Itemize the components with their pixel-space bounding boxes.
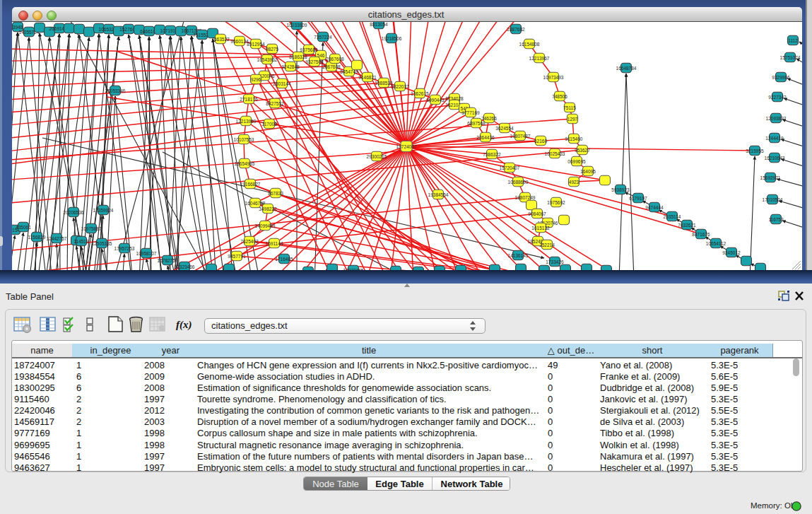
svg-text:1615132: 1615132 — [531, 226, 550, 230]
svg-text:9146821: 9146821 — [358, 75, 377, 80]
svg-text:19166827: 19166827 — [240, 182, 261, 187]
svg-text:17010504: 17010504 — [763, 197, 783, 202]
svg-text:7386322: 7386322 — [483, 152, 501, 157]
svg-text:2364436: 2364436 — [476, 135, 495, 140]
svg-text:1362615: 1362615 — [411, 91, 429, 96]
svg-text:10025433: 10025433 — [545, 151, 565, 156]
svg-text:10958107: 10958107 — [136, 251, 157, 256]
svg-text:10807487: 10807487 — [510, 134, 531, 139]
svg-text:15692971: 15692971 — [760, 175, 781, 180]
svg-text:8912954: 8912954 — [247, 42, 265, 47]
svg-text:2803144: 2803144 — [273, 81, 291, 86]
svg-text:2867608: 2867608 — [322, 64, 341, 69]
svg-text:10688609: 10688609 — [508, 180, 529, 185]
svg-text:2718176: 2718176 — [240, 97, 258, 102]
svg-text:98275: 98275 — [266, 47, 278, 52]
svg-text:114519: 114519 — [73, 239, 89, 244]
svg-text:12442757: 12442757 — [47, 236, 67, 241]
svg-text:20206536: 20206536 — [64, 210, 84, 215]
svg-text:7663522: 7663522 — [211, 37, 230, 42]
svg-text:16782759: 16782759 — [158, 258, 178, 263]
svg-text:75115: 75115 — [563, 105, 576, 110]
svg-text:953627: 953627 — [575, 148, 590, 153]
svg-text:26053346: 26053346 — [105, 88, 126, 93]
svg-text:15751074: 15751074 — [780, 55, 801, 60]
svg-text:10973493: 10973493 — [543, 75, 564, 80]
svg-text:17359924: 17359924 — [93, 208, 114, 213]
svg-text:17957253: 17957253 — [114, 246, 135, 251]
svg-text:14099489: 14099489 — [255, 223, 276, 228]
svg-text:10654112: 10654112 — [706, 241, 726, 246]
svg-text:9227342: 9227342 — [768, 95, 787, 100]
svg-text:12213969: 12213969 — [236, 119, 257, 124]
svg-text:10107553: 10107553 — [234, 137, 254, 142]
svg-text:4923: 4923 — [569, 180, 579, 185]
svg-text:7357224: 7357224 — [314, 35, 332, 40]
svg-text:9457791: 9457791 — [228, 254, 246, 259]
svg-text:12093832: 12093832 — [766, 116, 787, 121]
svg-text:12213967: 12213967 — [529, 56, 550, 61]
svg-text:3624554: 3624554 — [495, 126, 514, 131]
svg-text:9245012: 9245012 — [722, 250, 741, 255]
svg-text:1588520: 1588520 — [375, 81, 393, 86]
svg-text:12505135: 12505135 — [92, 241, 112, 246]
svg-text:62160: 62160 — [534, 139, 547, 144]
svg-text:16543962: 16543962 — [257, 57, 278, 62]
svg-text:2867608: 2867608 — [326, 57, 344, 62]
svg-text:748506: 748506 — [552, 94, 567, 99]
svg-text:5938923: 5938923 — [611, 187, 630, 192]
svg-text:8186328: 8186328 — [289, 54, 307, 59]
svg-text:18807249: 18807249 — [515, 195, 536, 200]
svg-text:1156829: 1156829 — [28, 235, 46, 240]
svg-text:252214: 252214 — [539, 243, 555, 247]
svg-text:19384554: 19384554 — [428, 192, 449, 197]
svg-text:3498222: 3498222 — [259, 206, 277, 211]
svg-text:18724007: 18724007 — [396, 144, 417, 149]
svg-text:1975692: 1975692 — [547, 200, 565, 205]
svg-text:8990443: 8990443 — [426, 98, 445, 103]
svg-text:12323466: 12323466 — [175, 264, 195, 269]
svg-text:867833: 867833 — [268, 191, 283, 196]
svg-text:7632621: 7632621 — [678, 223, 696, 228]
svg-text:19218506: 19218506 — [382, 36, 402, 41]
svg-text:9327508: 9327508 — [305, 59, 324, 64]
svg-text:29300215: 29300215 — [367, 154, 387, 159]
svg-text:19654985: 19654985 — [235, 161, 255, 166]
svg-text:1297: 1297 — [567, 117, 578, 122]
svg-text:1691144: 1691144 — [266, 241, 283, 246]
svg-text:9115460: 9115460 — [565, 136, 583, 141]
svg-text:0699695: 0699695 — [567, 159, 586, 164]
svg-text:9474444: 9474444 — [645, 205, 664, 210]
svg-text:9777169: 9777169 — [461, 110, 480, 115]
svg-text:1244419: 1244419 — [765, 136, 784, 141]
svg-text:317008: 317008 — [261, 122, 277, 127]
svg-text:116753: 116753 — [768, 217, 784, 222]
svg-text:9084067: 9084067 — [528, 211, 546, 216]
svg-text:16210643: 16210643 — [765, 156, 785, 160]
svg-text:16046798: 16046798 — [245, 201, 266, 206]
svg-text:9375685: 9375685 — [300, 47, 318, 52]
svg-text:2887682: 2887682 — [507, 27, 525, 32]
svg-text:7625402: 7625402 — [240, 239, 259, 244]
svg-text:435061: 435061 — [16, 225, 31, 230]
svg-text:f(x): f(x) — [176, 319, 192, 331]
svg-text:15720407: 15720407 — [500, 165, 520, 170]
svg-text:8427552: 8427552 — [266, 101, 284, 106]
svg-text:2935114: 2935114 — [664, 214, 681, 219]
svg-text:3215955: 3215955 — [746, 148, 764, 153]
svg-text:746266: 746266 — [481, 116, 497, 121]
svg-text:8471676: 8471676 — [692, 232, 710, 237]
svg-text:1716485: 1716485 — [275, 257, 293, 262]
svg-text:9242848: 9242848 — [281, 64, 300, 69]
svg-text:14136141: 14136141 — [508, 253, 529, 258]
svg-text:16154808: 16154808 — [519, 42, 540, 47]
svg-text:6179197: 6179197 — [629, 196, 647, 201]
svg-text:6897568: 6897568 — [467, 121, 486, 126]
svg-text:9296: 9296 — [251, 77, 261, 82]
svg-text:16033809: 16033809 — [287, 23, 307, 28]
svg-text:8813054: 8813054 — [370, 22, 388, 27]
svg-text:1733426: 1733426 — [546, 259, 564, 264]
svg-text:16648784: 16648784 — [616, 66, 637, 71]
svg-text:9329966: 9329966 — [772, 75, 790, 80]
svg-text:3948: 3948 — [13, 25, 23, 30]
